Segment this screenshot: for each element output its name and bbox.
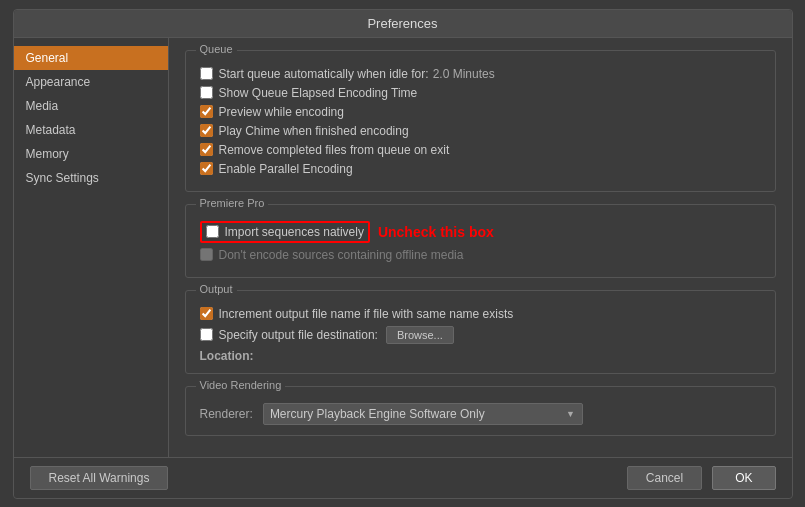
dialog-footer: Reset All Warnings Cancel OK: [14, 457, 792, 498]
queue-chime-label[interactable]: Play Chime when finished encoding: [200, 124, 409, 138]
renderer-select-wrapper: Mercury Playback Engine Software Only: [263, 403, 583, 425]
sidebar-item-general[interactable]: General: [14, 46, 168, 70]
import-highlighted: Import sequences natively: [200, 221, 370, 243]
dont-encode-checkbox: [200, 248, 213, 261]
cancel-button[interactable]: Cancel: [627, 466, 702, 490]
queue-row-elapsed: Show Queue Elapsed Encoding Time: [200, 86, 761, 100]
queue-row-auto-start: Start queue automatically when idle for:…: [200, 67, 761, 81]
queue-parallel-checkbox[interactable]: [200, 162, 213, 175]
queue-remove-checkbox[interactable]: [200, 143, 213, 156]
reset-warnings-button[interactable]: Reset All Warnings: [30, 466, 169, 490]
output-row-location: Location:: [200, 349, 761, 363]
premiere-row-dont-encode: Don't encode sources containing offline …: [200, 248, 761, 262]
output-section: Output Increment output file name if fil…: [185, 290, 776, 374]
uncheck-annotation: Uncheck this box: [378, 224, 494, 240]
video-rendering-section: Video Rendering Renderer: Mercury Playba…: [185, 386, 776, 436]
queue-preview-text: Preview while encoding: [219, 105, 344, 119]
queue-remove-label[interactable]: Remove completed files from queue on exi…: [200, 143, 450, 157]
queue-row-chime: Play Chime when finished encoding: [200, 124, 761, 138]
queue-row-parallel: Enable Parallel Encoding: [200, 162, 761, 176]
output-section-content: Increment output file name if file with …: [200, 307, 761, 363]
increment-label[interactable]: Increment output file name if file with …: [200, 307, 514, 321]
increment-text: Increment output file name if file with …: [219, 307, 514, 321]
footer-right: Cancel OK: [627, 466, 776, 490]
queue-preview-checkbox[interactable]: [200, 105, 213, 118]
output-row-increment: Increment output file name if file with …: [200, 307, 761, 321]
queue-row-preview: Preview while encoding: [200, 105, 761, 119]
renderer-label: Renderer:: [200, 407, 253, 421]
queue-preview-label[interactable]: Preview while encoding: [200, 105, 344, 119]
specify-text: Specify output file destination:: [219, 328, 378, 342]
sidebar-item-media[interactable]: Media: [14, 94, 168, 118]
sidebar: General Appearance Media Metadata Memory…: [14, 38, 169, 457]
output-section-title: Output: [196, 283, 237, 295]
premiere-section-title: Premiere Pro: [196, 197, 269, 209]
queue-elapsed-text: Show Queue Elapsed Encoding Time: [219, 86, 418, 100]
import-sequences-text: Import sequences natively: [225, 225, 364, 239]
dont-encode-label: Don't encode sources containing offline …: [200, 248, 464, 262]
dialog-body: General Appearance Media Metadata Memory…: [14, 38, 792, 457]
browse-button[interactable]: Browse...: [386, 326, 454, 344]
output-row-specify: Specify output file destination: Browse.…: [200, 326, 761, 344]
queue-chime-text: Play Chime when finished encoding: [219, 124, 409, 138]
renderer-row: Renderer: Mercury Playback Engine Softwa…: [200, 403, 761, 425]
sidebar-item-memory[interactable]: Memory: [14, 142, 168, 166]
queue-chime-checkbox[interactable]: [200, 124, 213, 137]
increment-checkbox[interactable]: [200, 307, 213, 320]
dialog-title: Preferences: [14, 10, 792, 38]
video-rendering-content: Renderer: Mercury Playback Engine Softwa…: [200, 403, 761, 425]
queue-section-title: Queue: [196, 43, 237, 55]
specify-label[interactable]: Specify output file destination:: [200, 328, 378, 342]
dont-encode-text: Don't encode sources containing offline …: [219, 248, 464, 262]
queue-elapsed-checkbox[interactable]: [200, 86, 213, 99]
sidebar-item-sync-settings[interactable]: Sync Settings: [14, 166, 168, 190]
main-content: Queue Start queue automatically when idl…: [169, 38, 792, 457]
queue-auto-start-text: Start queue automatically when idle for:: [219, 67, 429, 81]
premiere-row-import: Import sequences natively Uncheck this b…: [200, 221, 761, 243]
ok-button[interactable]: OK: [712, 466, 775, 490]
queue-row-remove: Remove completed files from queue on exi…: [200, 143, 761, 157]
preferences-dialog: Preferences General Appearance Media Met…: [13, 9, 793, 499]
video-rendering-title: Video Rendering: [196, 379, 286, 391]
queue-remove-text: Remove completed files from queue on exi…: [219, 143, 450, 157]
queue-section: Queue Start queue automatically when idl…: [185, 50, 776, 192]
specify-checkbox[interactable]: [200, 328, 213, 341]
queue-elapsed-label[interactable]: Show Queue Elapsed Encoding Time: [200, 86, 418, 100]
queue-section-content: Start queue automatically when idle for:…: [200, 67, 761, 176]
queue-parallel-text: Enable Parallel Encoding: [219, 162, 353, 176]
import-sequences-checkbox[interactable]: [206, 225, 219, 238]
renderer-select[interactable]: Mercury Playback Engine Software Only: [263, 403, 583, 425]
queue-auto-start-value: 2.0 Minutes: [433, 67, 495, 81]
queue-parallel-label[interactable]: Enable Parallel Encoding: [200, 162, 353, 176]
sidebar-item-appearance[interactable]: Appearance: [14, 70, 168, 94]
queue-auto-start-checkbox[interactable]: [200, 67, 213, 80]
queue-auto-start-label[interactable]: Start queue automatically when idle for:: [200, 67, 429, 81]
premiere-section: Premiere Pro Import sequences natively U…: [185, 204, 776, 278]
premiere-section-content: Import sequences natively Uncheck this b…: [200, 221, 761, 262]
location-label: Location:: [200, 349, 254, 363]
sidebar-item-metadata[interactable]: Metadata: [14, 118, 168, 142]
